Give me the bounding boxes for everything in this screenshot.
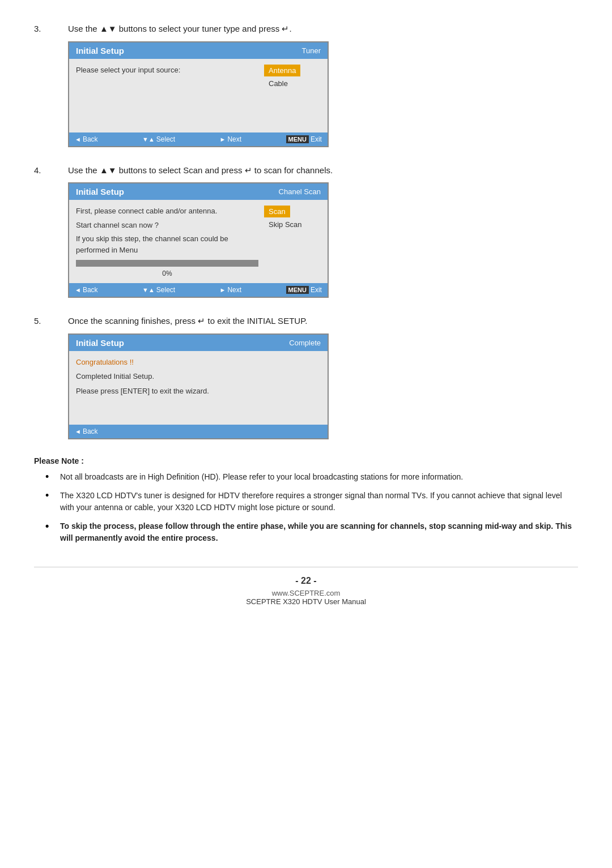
dialog-tuner-left: Please select your input source: xyxy=(76,65,264,127)
step-number-5: 5. xyxy=(34,315,68,326)
dialog-complete: Initial Setup Complete Congratulations !… xyxy=(68,333,329,439)
back-icon: ◄ xyxy=(75,136,81,143)
note-item-3: • To skip the process, please follow thr… xyxy=(45,520,578,544)
dialog-complete-section: Complete xyxy=(289,339,321,347)
footer-scan-select-label: Select xyxy=(156,286,175,294)
dialog-scan-line2: Start channel scan now ? xyxy=(76,220,258,231)
notes-section: Please Note : • Not all broadcasts are i… xyxy=(34,456,578,545)
step-3: 3. Use the ▲▼ buttons to select your tun… xyxy=(34,23,578,147)
option-skip-scan[interactable]: Skip Scan xyxy=(264,219,307,230)
scan-progress-bar xyxy=(76,260,258,267)
dialog-complete-body: Congratulations !! Completed Initial Set… xyxy=(69,351,328,425)
note-item-1: • Not all broadcasts are in High Definit… xyxy=(45,471,578,484)
footer-scan-exit-btn[interactable]: MENU Exit xyxy=(286,286,322,294)
dialog-scan-body: First, please connect cable and/or anten… xyxy=(69,200,328,283)
dialog-scan-title: Initial Setup xyxy=(76,187,124,196)
footer-back-label: Back xyxy=(83,135,98,143)
dialog-complete-header: Initial Setup Complete xyxy=(69,335,328,351)
option-scan[interactable]: Scan xyxy=(264,206,290,217)
next-icon: ► xyxy=(220,136,226,143)
footer-scan-next-label: Next xyxy=(227,286,241,294)
scan-back-icon: ◄ xyxy=(75,287,81,293)
step-5-instruction: Once the scanning finishes, press ↵ to e… xyxy=(68,315,578,328)
footer-next-label: Next xyxy=(227,135,241,143)
dialog-tuner-prompt: Please select your input source: xyxy=(76,65,258,76)
dialog-complete-title: Initial Setup xyxy=(76,338,124,348)
scan-progress-label: 0% xyxy=(76,270,258,277)
select-arrows-icon: ▼▲ xyxy=(142,136,155,143)
dialog-complete-footer: ◄ Back xyxy=(69,425,328,438)
step-4-content: Use the ▲▼ buttons to select Scan and pr… xyxy=(68,164,578,298)
step-5-content: Once the scanning finishes, press ↵ to e… xyxy=(68,315,578,439)
dialog-tuner-options: Antenna Cable xyxy=(264,65,321,127)
note-text-3: To skip the process, please follow throu… xyxy=(60,520,578,544)
dialog-scan-footer: ◄ Back ▼▲ Select ► Next MENU Exit xyxy=(69,283,328,297)
footer-exit-btn[interactable]: MENU Exit xyxy=(286,135,322,143)
dialog-scan-options: Scan Skip Scan xyxy=(264,206,321,277)
footer-scan-back-label: Back xyxy=(83,286,98,294)
step-3-arrows: ▲▼ xyxy=(100,24,117,33)
footer-scan-back-btn[interactable]: ◄ Back xyxy=(75,286,98,294)
footer-complete-back-label: Back xyxy=(83,427,98,435)
dialog-complete-completed: Completed Initial Setup. xyxy=(76,371,321,382)
footer-exit-label: Exit xyxy=(311,135,322,143)
dialog-tuner-header: Initial Setup Tuner xyxy=(69,42,328,59)
dialog-tuner-section: Tuner xyxy=(302,46,321,55)
page-website: www.SCEPTRE.com xyxy=(34,589,578,597)
scan-menu-box: MENU xyxy=(286,286,309,294)
step-4-text-1: Use the xyxy=(68,165,100,175)
note-text-2: The X320 LCD HDTV's tuner is designed fo… xyxy=(60,490,578,514)
note-text-1: Not all broadcasts are in High Definitio… xyxy=(60,471,463,483)
dialog-scan-left: First, please connect cable and/or anten… xyxy=(76,206,264,277)
step-4-text-2: buttons to select Scan and press ↵ to sc… xyxy=(117,165,333,175)
dialog-complete-instruction: Please press [ENTER] to exit the wizard. xyxy=(76,386,321,397)
step-3-content: Use the ▲▼ buttons to select your tuner … xyxy=(68,23,578,147)
page-number: - 22 - xyxy=(34,576,578,586)
step-number-3: 3. xyxy=(34,23,68,33)
step-5-text-1: Once the scanning finishes, press ↵ to e… xyxy=(68,316,307,326)
note-item-2: • The X320 LCD HDTV's tuner is designed … xyxy=(45,490,578,514)
step-number-4: 4. xyxy=(34,164,68,175)
footer-select-btn[interactable]: ▼▲ Select xyxy=(142,135,175,143)
dialog-tuner: Initial Setup Tuner Please select your i… xyxy=(68,41,329,147)
option-antenna[interactable]: Antenna xyxy=(264,65,300,76)
dialog-tuner-footer: ◄ Back ▼▲ Select ► Next MENU Exit xyxy=(69,132,328,146)
footer-complete-back-btn[interactable]: ◄ Back xyxy=(75,427,98,435)
dialog-tuner-body: Please select your input source: Antenna… xyxy=(69,59,328,132)
step-4: 4. Use the ▲▼ buttons to select Scan and… xyxy=(34,164,578,298)
dialog-scan-header: Initial Setup Chanel Scan xyxy=(69,183,328,200)
footer-scan-exit-label: Exit xyxy=(311,286,322,294)
notes-list: • Not all broadcasts are in High Definit… xyxy=(34,471,578,545)
menu-box: MENU xyxy=(286,135,309,143)
dialog-complete-congrats: Congratulations !! xyxy=(76,357,321,368)
dialog-scan-line3: If you skip this step, the channel scan … xyxy=(76,233,258,255)
step-5: 5. Once the scanning finishes, press ↵ t… xyxy=(34,315,578,439)
bullet-1: • xyxy=(45,471,56,484)
page-footer: - 22 - www.SCEPTRE.com SCEPTRE X320 HDTV… xyxy=(34,567,578,606)
scan-select-arrows-icon: ▼▲ xyxy=(142,287,155,293)
step-3-instruction: Use the ▲▼ buttons to select your tuner … xyxy=(68,23,578,36)
step-4-arrows: ▲▼ xyxy=(100,165,117,175)
page-model: SCEPTRE X320 HDTV User Manual xyxy=(34,597,578,606)
option-cable[interactable]: Cable xyxy=(264,78,292,89)
footer-next-btn[interactable]: ► Next xyxy=(220,135,242,143)
dialog-tuner-title: Initial Setup xyxy=(76,46,124,55)
step-4-instruction: Use the ▲▼ buttons to select Scan and pr… xyxy=(68,164,578,177)
notes-title: Please Note : xyxy=(34,456,578,465)
step-3-text-2: buttons to select your tuner type and pr… xyxy=(117,24,292,33)
step-3-text-1: Use the xyxy=(68,24,100,33)
bullet-2: • xyxy=(45,490,56,502)
footer-back-btn[interactable]: ◄ Back xyxy=(75,135,98,143)
complete-back-icon: ◄ xyxy=(75,428,81,435)
bullet-3: • xyxy=(45,520,56,533)
footer-scan-select-btn[interactable]: ▼▲ Select xyxy=(142,286,175,294)
footer-select-label: Select xyxy=(156,135,175,143)
scan-next-icon: ► xyxy=(220,287,226,293)
dialog-scan: Initial Setup Chanel Scan First, please … xyxy=(68,182,329,298)
footer-scan-next-btn[interactable]: ► Next xyxy=(220,286,242,294)
dialog-scan-section: Chanel Scan xyxy=(279,187,321,196)
dialog-scan-line1: First, please connect cable and/or anten… xyxy=(76,206,258,217)
